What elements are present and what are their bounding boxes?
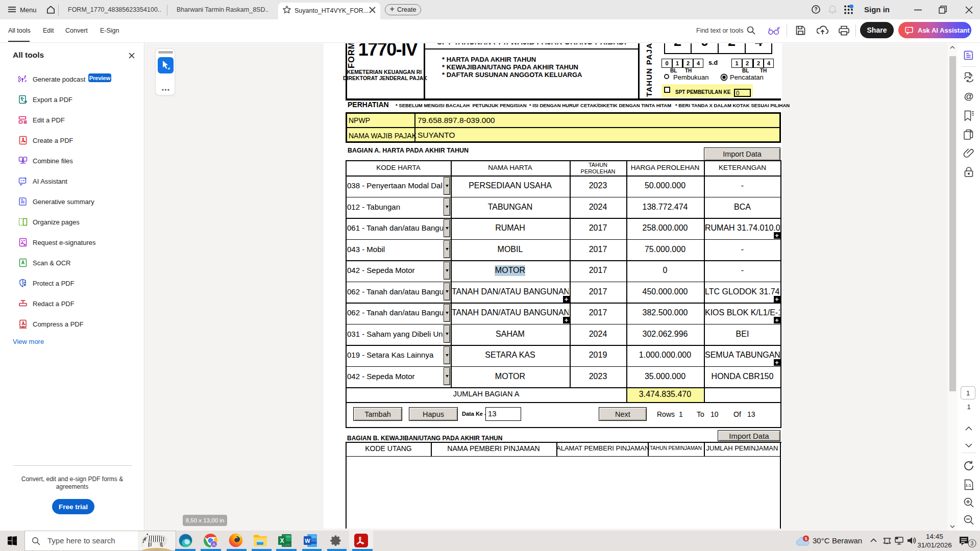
svg-text:?: ? (814, 7, 817, 12)
svg-text:A: A (212, 542, 215, 547)
svg-text:X: X (280, 537, 284, 544)
svg-text:3: 3 (971, 540, 974, 546)
svg-text:W: W (305, 538, 310, 544)
svg-text:1:1: 1:1 (966, 483, 971, 488)
svg-text:5: 5 (805, 536, 807, 541)
